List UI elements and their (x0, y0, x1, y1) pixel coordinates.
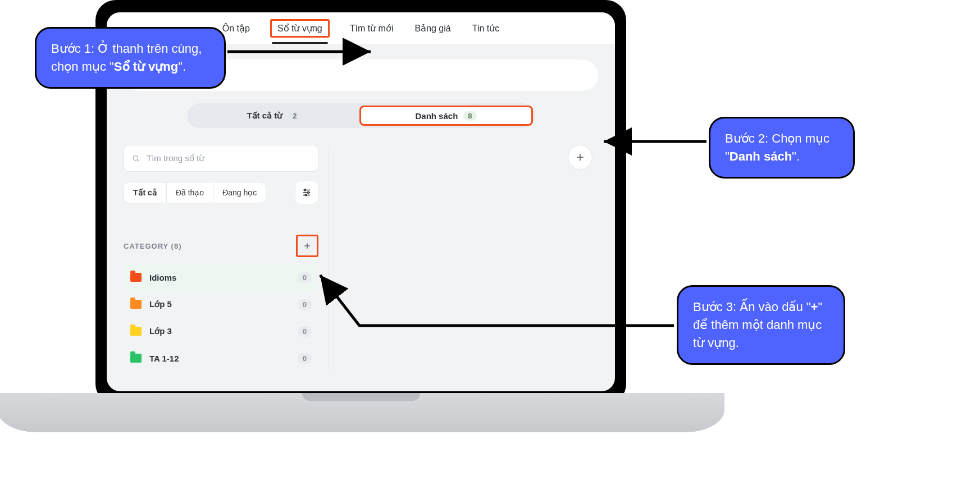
arrow-step3 (0, 0, 980, 503)
